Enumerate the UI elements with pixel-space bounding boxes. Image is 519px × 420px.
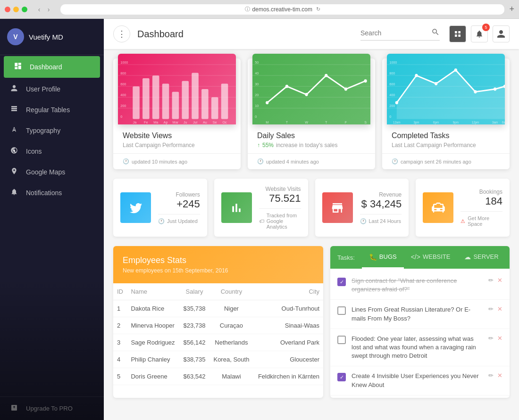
tables-icon <box>9 105 19 115</box>
edit-task-button[interactable]: ✏ <box>488 305 494 313</box>
svg-text:1000: 1000 <box>120 60 128 64</box>
table-row: 4 Philip Chanley $38,735 Korea, South Gl… <box>113 351 323 368</box>
task-checkbox[interactable] <box>337 336 346 344</box>
svg-text:0: 0 <box>255 115 257 119</box>
task-actions: ✏ ✕ <box>488 372 502 379</box>
dot-yellow[interactable] <box>13 7 19 12</box>
grid-view-button[interactable] <box>449 25 466 42</box>
svg-text:Ja: Ja <box>133 120 137 124</box>
mini-stats-row: Followers +245 🕐 Just Updated <box>113 179 510 237</box>
notification-badge: 5 <box>482 24 490 31</box>
svg-text:400: 400 <box>120 93 126 97</box>
store-icon <box>322 192 353 223</box>
card-footer: 🕐 updated 10 minutes ago <box>113 153 241 169</box>
sidebar-item-user-profile[interactable]: User Profile <box>0 79 104 99</box>
delete-task-button[interactable]: ✕ <box>497 335 502 342</box>
svg-text:Fe: Fe <box>144 120 148 124</box>
header-icons: 5 <box>449 25 510 42</box>
sidebar-item-typography[interactable]: Typography <box>0 120 104 141</box>
sidebar-item-notifications[interactable]: Notifications <box>0 182 104 203</box>
svg-text:S: S <box>364 120 367 124</box>
cell-country: Korea, South <box>209 351 253 368</box>
task-checkbox[interactable] <box>337 306 346 315</box>
browser-chrome: ‹ › ⓘ demos.creative-tim.com ↻ + <box>0 0 519 19</box>
mini-footer: 🕐 Last 24 Hours <box>360 214 402 224</box>
mini-label: Bookings <box>460 189 502 195</box>
sidebar-item-google-maps[interactable]: Google Maps <box>0 162 104 182</box>
tasks-card: Tasks: 🐛 BUGS </> WEBSITE ☁ SERVER <box>330 246 510 398</box>
account-button[interactable] <box>493 25 510 42</box>
table-row: 1 Dakota Rice $35,738 Niger Oud-Tunrhout <box>113 300 323 317</box>
svg-rect-15 <box>162 83 169 119</box>
task-actions: ✏ ✕ <box>488 277 502 284</box>
table-row: 2 Minerva Hooper $23,738 Curaçao Sinaai-… <box>113 317 323 334</box>
mini-stats: Website Visits 75.521 <box>259 186 301 205</box>
table-row: 3 Sage Rodriguez $56,142 Netherlands Ove… <box>113 334 323 351</box>
dot-green[interactable] <box>22 7 27 12</box>
forward-icon[interactable]: › <box>44 6 53 13</box>
cell-salary: $56,142 <box>179 334 209 351</box>
card-subtitle: Last Campaign Performance <box>123 142 231 148</box>
cell-id: 2 <box>113 317 127 334</box>
new-tab-button[interactable]: + <box>509 4 514 14</box>
svg-text:0: 0 <box>120 115 122 119</box>
svg-text:6pm: 6pm <box>433 120 439 124</box>
cell-id: 4 <box>113 351 127 368</box>
mini-stats: Followers +245 <box>158 191 200 210</box>
mini-value: 75.521 <box>259 192 301 205</box>
sidebar-item-regular-tables[interactable]: Regular Tables <box>0 99 104 120</box>
delete-task-button[interactable]: ✕ <box>497 277 502 284</box>
completed-tasks-chart: 1000 800 600 400 200 0 <box>387 54 505 124</box>
notifications-nav-icon <box>9 188 19 198</box>
svg-text:3pm: 3pm <box>413 120 419 124</box>
search-input[interactable] <box>360 29 431 37</box>
tab-website[interactable]: </> WEBSITE <box>404 246 458 269</box>
svg-text:10: 10 <box>255 104 259 108</box>
daily-sales-chart: 50 40 30 20 10 0 <box>252 54 370 124</box>
sidebar-item-label: Dashboard <box>30 63 62 71</box>
edit-task-button[interactable]: ✏ <box>488 372 494 379</box>
delete-task-button[interactable]: ✕ <box>497 305 502 313</box>
svg-text:200: 200 <box>120 104 126 108</box>
svg-text:Au: Au <box>203 120 207 124</box>
bookings-stats: Bookings 184 ⚠ Get More Space <box>460 189 502 227</box>
url-bar[interactable]: ⓘ demos.creative-tim.com ↻ <box>60 4 504 15</box>
svg-point-47 <box>344 88 347 91</box>
sidebar-item-icons[interactable]: Icons <box>0 141 104 162</box>
task-checkbox[interactable] <box>337 278 346 286</box>
sidebar-nav: Dashboard User Profile Regular Tables <box>0 56 104 203</box>
sidebar-item-dashboard[interactable]: Dashboard <box>4 56 100 78</box>
revenue-card: Revenue $ 34,245 🕐 Last 24 Hours <box>315 179 409 237</box>
delete-task-button[interactable]: ✕ <box>497 372 502 379</box>
employees-table: ID Name Salary Country City 1 Dakota Ric… <box>113 283 323 385</box>
edit-task-button[interactable]: ✏ <box>488 277 494 284</box>
notifications-button[interactable]: 5 <box>471 25 488 42</box>
browser-dots <box>5 7 27 12</box>
content-area: 1000 800 600 400 200 0 <box>104 49 519 420</box>
col-name: Name <box>127 283 179 300</box>
search-button[interactable] <box>431 28 440 38</box>
svg-text:600: 600 <box>389 82 395 86</box>
footer-icon: 🏷 <box>259 218 264 224</box>
clock-icon: 🕐 <box>257 158 264 165</box>
header: ⋮ Dashboard 5 <box>104 19 519 49</box>
back-icon[interactable]: ‹ <box>34 6 44 13</box>
chart-cards-row: 1000 800 600 400 200 0 <box>113 58 510 169</box>
search-bar <box>360 28 440 41</box>
footer-icon: 🕐 <box>360 218 367 224</box>
edit-task-button[interactable]: ✏ <box>488 335 494 342</box>
svg-text:Ju: Ju <box>184 120 187 124</box>
tab-bugs[interactable]: 🐛 BUGS <box>362 246 404 269</box>
dot-red[interactable] <box>5 7 10 12</box>
cell-name: Sage Rodriguez <box>127 334 179 351</box>
svg-text:6am: 6am <box>502 120 505 124</box>
col-city: City <box>253 283 323 300</box>
menu-button[interactable]: ⋮ <box>113 25 130 42</box>
task-checkbox[interactable] <box>337 373 346 381</box>
cell-id: 5 <box>113 368 127 385</box>
svg-text:Jul: Jul <box>193 120 198 124</box>
svg-text:1000: 1000 <box>389 60 397 64</box>
website-visits-stats: Website Visits 75.521 🏷 Tracked from Goo… <box>259 186 301 230</box>
cell-city: Oud-Tunrhout <box>253 300 323 317</box>
tab-server[interactable]: ☁ SERVER <box>457 246 505 269</box>
